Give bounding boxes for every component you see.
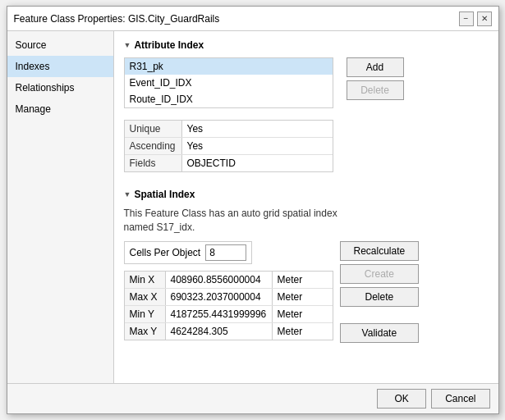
main-content: Attribute Index R31_pk Event_ID_IDX Rout… [114, 31, 498, 383]
spatial-index-header: Spatial Index [124, 189, 489, 200]
dialog-footer: OK Cancel [7, 383, 498, 413]
attribute-index-buttons: Add Delete [347, 57, 404, 180]
ok-button[interactable]: OK [377, 389, 426, 409]
close-button[interactable]: ✕ [477, 11, 492, 26]
create-button[interactable]: Create [340, 264, 420, 284]
spatial-index-section: Spatial Index This Feature Class has an … [124, 189, 489, 343]
prop-value-ascending: Yes [182, 138, 333, 154]
index-list-item-r31pk[interactable]: R31_pk [125, 58, 333, 75]
extent-unit-maxx: Meter [273, 289, 333, 305]
minimize-button[interactable]: − [459, 11, 474, 26]
extent-row-maxy: Max Y 4624284.305 Meter [125, 323, 333, 340]
extent-label-maxy: Max Y [125, 323, 166, 340]
extent-value-miny: 4187255.4431999996 [166, 306, 273, 322]
prop-value-fields: OBJECTID [182, 155, 333, 171]
extent-label-maxx: Max X [125, 289, 166, 305]
prop-label-unique: Unique [125, 121, 182, 137]
sidebar: Source Indexes Relationships Manage [7, 31, 114, 383]
feature-class-properties-dialog: Feature Class Properties: GIS.City_Guard… [7, 6, 499, 414]
dialog-body: Source Indexes Relationships Manage Attr… [7, 31, 498, 383]
attribute-index-header: Attribute Index [124, 39, 489, 51]
extent-label-minx: Min X [125, 272, 166, 288]
index-list: R31_pk Event_ID_IDX Route_ID_IDX [124, 57, 333, 108]
extent-row-minx: Min X 408960.8556000004 Meter [125, 272, 333, 289]
index-list-item-routeid[interactable]: Route_ID_IDX [125, 91, 333, 107]
spatial-left: Cells Per Object Min X 408960.8556000004… [124, 241, 333, 343]
extent-unit-maxy: Meter [273, 323, 333, 340]
spatial-index-buttons: Recalculate Create Delete Validate [340, 241, 420, 343]
sidebar-item-manage[interactable]: Manage [7, 98, 113, 120]
dialog-title: Feature Class Properties: GIS.City_Guard… [14, 13, 220, 25]
spatial-index-description: This Feature Class has an auto grid spat… [124, 207, 362, 235]
extent-value-maxy: 4624284.305 [166, 323, 273, 340]
add-button[interactable]: Add [347, 57, 404, 77]
extent-label-miny: Min Y [125, 306, 166, 322]
extent-unit-minx: Meter [273, 272, 333, 288]
prop-value-unique: Yes [182, 121, 333, 137]
title-bar: Feature Class Properties: GIS.City_Guard… [7, 7, 498, 31]
sidebar-item-relationships[interactable]: Relationships [7, 77, 113, 98]
title-bar-buttons: − ✕ [459, 11, 492, 26]
properties-table: Unique Yes Ascending Yes Fields OBJECTID [124, 120, 333, 172]
prop-label-fields: Fields [125, 155, 182, 171]
cells-per-object-row: Cells Per Object [124, 241, 253, 264]
sidebar-item-indexes[interactable]: Indexes [7, 56, 113, 77]
recalculate-button[interactable]: Recalculate [340, 241, 420, 261]
prop-row-fields: Fields OBJECTID [125, 155, 333, 171]
extent-unit-miny: Meter [273, 306, 333, 322]
spatial-flex: Cells Per Object Min X 408960.8556000004… [124, 241, 489, 343]
cells-per-object-input[interactable] [205, 244, 246, 261]
validate-button[interactable]: Validate [340, 323, 420, 343]
extents-table: Min X 408960.8556000004 Meter Max X 6903… [124, 271, 333, 340]
sidebar-item-source[interactable]: Source [7, 34, 113, 56]
attribute-index-section: R31_pk Event_ID_IDX Route_ID_IDX Unique … [124, 57, 489, 180]
spatial-delete-button[interactable]: Delete [340, 287, 420, 307]
cancel-button[interactable]: Cancel [431, 389, 489, 409]
index-list-item-eventid[interactable]: Event_ID_IDX [125, 75, 333, 91]
extent-value-minx: 408960.8556000004 [166, 272, 273, 288]
cells-per-object-label: Cells Per Object [130, 247, 201, 258]
prop-row-unique: Unique Yes [125, 121, 333, 138]
prop-label-ascending: Ascending [125, 138, 182, 154]
extent-value-maxx: 690323.2037000004 [166, 289, 273, 305]
extent-row-maxx: Max X 690323.2037000004 Meter [125, 289, 333, 306]
prop-row-ascending: Ascending Yes [125, 138, 333, 155]
delete-button[interactable]: Delete [347, 80, 404, 100]
extent-row-miny: Min Y 4187255.4431999996 Meter [125, 306, 333, 323]
